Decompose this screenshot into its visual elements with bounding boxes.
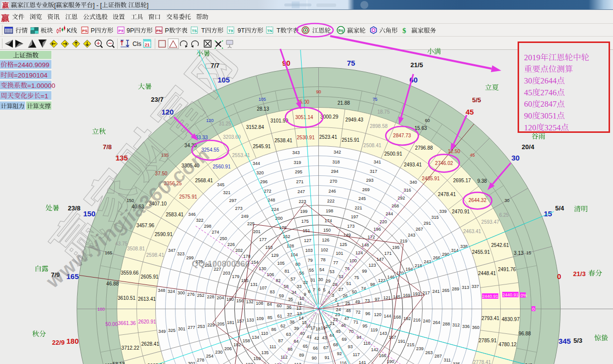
svg-text:39: 39: [294, 326, 299, 331]
svg-text:183: 183: [246, 362, 253, 364]
svg-text:99: 99: [362, 269, 367, 274]
svg-text:$: $: [402, 27, 406, 35]
svg-text:342: 342: [334, 150, 341, 155]
svg-text:2523.41: 2523.41: [319, 134, 338, 140]
svg-text:2553.41: 2553.41: [232, 153, 251, 158]
svg-text:2508.41: 2508.41: [363, 143, 382, 148]
svg-text:113: 113: [294, 362, 301, 364]
svg-text:315: 315: [432, 215, 439, 220]
svg-text:48: 48: [346, 308, 350, 313]
svg-text:335: 335: [453, 362, 460, 364]
svg-text:11: 11: [298, 301, 302, 306]
svg-text:263: 263: [425, 350, 433, 355]
svg-text:319: 319: [294, 160, 301, 165]
svg-text:72: 72: [355, 310, 360, 315]
svg-text:60: 60: [277, 303, 282, 308]
svg-text:269: 269: [362, 187, 370, 192]
svg-text:76: 76: [345, 266, 350, 271]
svg-text:15: 15: [526, 250, 531, 255]
svg-text:21/3: 21/3: [573, 270, 585, 278]
svg-text:195: 195: [392, 245, 399, 250]
svg-text:52: 52: [339, 274, 344, 279]
svg-text:247: 247: [298, 189, 305, 194]
svg-text:2593.47: 2593.47: [482, 219, 500, 225]
svg-text:2500.91: 2500.91: [384, 151, 402, 157]
svg-text:348: 348: [158, 288, 165, 293]
svg-text:53: 53: [329, 269, 334, 274]
svg-text:360: 360: [472, 325, 480, 330]
svg-text:146: 146: [387, 275, 394, 280]
svg-text:144: 144: [384, 314, 391, 319]
svg-text:343: 343: [292, 150, 300, 155]
svg-text:77: 77: [333, 260, 338, 265]
svg-text:55: 55: [309, 268, 314, 273]
svg-text:21: 21: [145, 42, 150, 47]
svg-text:179: 179: [232, 274, 239, 279]
svg-text:127: 127: [304, 238, 311, 243]
svg-text:302: 302: [188, 361, 195, 364]
svg-text:276: 276: [187, 292, 195, 297]
svg-text:221: 221: [354, 205, 362, 210]
svg-text:107: 107: [260, 285, 267, 290]
svg-text:295: 295: [295, 169, 302, 174]
svg-text:338: 338: [460, 244, 468, 249]
svg-text:132: 132: [246, 299, 254, 304]
svg-text:4: 4: [328, 290, 330, 295]
svg-text:311: 311: [444, 358, 451, 363]
svg-text:2793.41: 2793.41: [482, 316, 500, 321]
svg-text:102: 102: [321, 247, 328, 252]
svg-text:50.00: 50.00: [105, 322, 118, 327]
svg-text:2463.41: 2463.41: [463, 229, 482, 234]
svg-text:2448.41: 2448.41: [478, 271, 496, 276]
svg-text:95: 95: [362, 324, 367, 328]
svg-text:171: 171: [384, 251, 392, 256]
svg-text:111: 111: [269, 344, 276, 349]
svg-text:253: 253: [198, 324, 205, 329]
svg-text:293: 293: [366, 178, 373, 183]
svg-text:2560.91: 2560.91: [213, 164, 231, 169]
svg-text:246: 246: [328, 189, 336, 194]
svg-text:83: 83: [270, 289, 275, 294]
svg-text:TN: TN: [267, 29, 272, 33]
svg-text:290: 290: [442, 252, 449, 257]
svg-text:96.88: 96.88: [519, 331, 531, 336]
svg-text:103: 103: [305, 248, 312, 253]
svg-text:109: 109: [257, 316, 264, 321]
svg-text:167: 167: [389, 335, 396, 340]
svg-text:2440.91: 2440.91: [482, 294, 498, 299]
svg-text:70: 70: [349, 329, 353, 334]
svg-text:56: 56: [299, 271, 304, 276]
svg-text:242: 242: [424, 259, 431, 264]
svg-text:278: 278: [197, 358, 204, 363]
svg-text:33: 33: [297, 284, 302, 289]
svg-text:143: 143: [380, 331, 387, 336]
svg-text:43: 43: [322, 335, 327, 340]
svg-text:201: 201: [253, 229, 261, 234]
svg-text:2746.02: 2746.02: [435, 161, 453, 166]
svg-text:3.13: 3.13: [514, 250, 524, 256]
svg-text:53.13: 53.13: [112, 362, 125, 364]
svg-text:289: 289: [452, 286, 459, 291]
svg-text:297: 297: [229, 198, 236, 203]
svg-text:2485.91: 2485.91: [422, 176, 440, 181]
svg-text:24: 24: [336, 307, 341, 312]
svg-text:2538.41: 2538.41: [274, 138, 293, 143]
svg-text:175: 175: [301, 219, 308, 224]
svg-text:292: 292: [397, 196, 405, 201]
svg-text:64: 64: [294, 339, 299, 344]
svg-text:119: 119: [371, 327, 378, 332]
svg-text:112: 112: [281, 355, 288, 360]
svg-text:P: P: [91, 27, 95, 34]
svg-text:249: 249: [241, 214, 249, 219]
svg-text:172: 172: [367, 235, 375, 240]
svg-text:=1: =1: [41, 92, 48, 100]
svg-text:2542.61: 2542.61: [491, 243, 510, 248]
svg-text:P9: P9: [119, 29, 124, 33]
svg-text:110: 110: [261, 331, 268, 336]
svg-text:36: 36: [287, 305, 292, 310]
svg-text:203: 203: [223, 271, 230, 276]
svg-text:347: 347: [168, 248, 175, 253]
svg-text:30: 30: [524, 76, 532, 85]
svg-text:2478.41: 2478.41: [438, 192, 456, 197]
svg-text:78: 78: [321, 257, 326, 262]
